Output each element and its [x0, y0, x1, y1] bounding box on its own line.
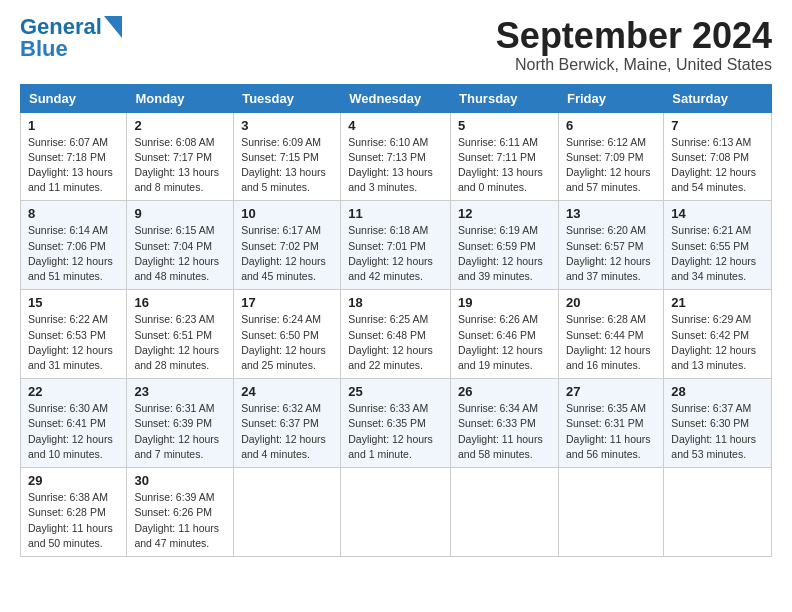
day-detail: Sunrise: 6:20 AMSunset: 6:57 PMDaylight:…	[566, 223, 656, 284]
weekday-header-saturday: Saturday	[664, 84, 772, 112]
calendar-cell: 20Sunrise: 6:28 AMSunset: 6:44 PMDayligh…	[558, 290, 663, 379]
logo-text: General	[20, 16, 102, 38]
calendar-week-row: 1Sunrise: 6:07 AMSunset: 7:18 PMDaylight…	[21, 112, 772, 201]
day-detail: Sunrise: 6:18 AMSunset: 7:01 PMDaylight:…	[348, 223, 443, 284]
day-detail: Sunrise: 6:30 AMSunset: 6:41 PMDaylight:…	[28, 401, 119, 462]
day-number: 22	[28, 384, 119, 399]
logo-arrow-icon	[104, 16, 122, 38]
day-detail: Sunrise: 6:29 AMSunset: 6:42 PMDaylight:…	[671, 312, 764, 373]
calendar-cell: 12Sunrise: 6:19 AMSunset: 6:59 PMDayligh…	[451, 201, 559, 290]
day-number: 11	[348, 206, 443, 221]
day-number: 7	[671, 118, 764, 133]
day-number: 3	[241, 118, 333, 133]
day-number: 8	[28, 206, 119, 221]
day-detail: Sunrise: 6:10 AMSunset: 7:13 PMDaylight:…	[348, 135, 443, 196]
calendar-cell: 3Sunrise: 6:09 AMSunset: 7:15 PMDaylight…	[234, 112, 341, 201]
calendar-cell: 27Sunrise: 6:35 AMSunset: 6:31 PMDayligh…	[558, 379, 663, 468]
day-number: 10	[241, 206, 333, 221]
day-detail: Sunrise: 6:34 AMSunset: 6:33 PMDaylight:…	[458, 401, 551, 462]
calendar-cell: 1Sunrise: 6:07 AMSunset: 7:18 PMDaylight…	[21, 112, 127, 201]
day-number: 4	[348, 118, 443, 133]
calendar-cell: 17Sunrise: 6:24 AMSunset: 6:50 PMDayligh…	[234, 290, 341, 379]
calendar-header-row: SundayMondayTuesdayWednesdayThursdayFrid…	[21, 84, 772, 112]
day-detail: Sunrise: 6:17 AMSunset: 7:02 PMDaylight:…	[241, 223, 333, 284]
day-detail: Sunrise: 6:33 AMSunset: 6:35 PMDaylight:…	[348, 401, 443, 462]
calendar-cell: 14Sunrise: 6:21 AMSunset: 6:55 PMDayligh…	[664, 201, 772, 290]
calendar-cell: 16Sunrise: 6:23 AMSunset: 6:51 PMDayligh…	[127, 290, 234, 379]
day-number: 17	[241, 295, 333, 310]
day-detail: Sunrise: 6:39 AMSunset: 6:26 PMDaylight:…	[134, 490, 226, 551]
logo-blue-text: Blue	[20, 38, 68, 60]
calendar-cell: 24Sunrise: 6:32 AMSunset: 6:37 PMDayligh…	[234, 379, 341, 468]
calendar-cell: 15Sunrise: 6:22 AMSunset: 6:53 PMDayligh…	[21, 290, 127, 379]
calendar-cell: 22Sunrise: 6:30 AMSunset: 6:41 PMDayligh…	[21, 379, 127, 468]
calendar-cell: 11Sunrise: 6:18 AMSunset: 7:01 PMDayligh…	[341, 201, 451, 290]
day-detail: Sunrise: 6:28 AMSunset: 6:44 PMDaylight:…	[566, 312, 656, 373]
weekday-header-thursday: Thursday	[451, 84, 559, 112]
day-number: 18	[348, 295, 443, 310]
day-detail: Sunrise: 6:37 AMSunset: 6:30 PMDaylight:…	[671, 401, 764, 462]
day-number: 29	[28, 473, 119, 488]
day-detail: Sunrise: 6:32 AMSunset: 6:37 PMDaylight:…	[241, 401, 333, 462]
calendar-body: 1Sunrise: 6:07 AMSunset: 7:18 PMDaylight…	[21, 112, 772, 556]
calendar-cell	[664, 468, 772, 557]
calendar-cell: 26Sunrise: 6:34 AMSunset: 6:33 PMDayligh…	[451, 379, 559, 468]
day-detail: Sunrise: 6:08 AMSunset: 7:17 PMDaylight:…	[134, 135, 226, 196]
calendar-cell	[234, 468, 341, 557]
day-number: 21	[671, 295, 764, 310]
day-number: 2	[134, 118, 226, 133]
day-detail: Sunrise: 6:25 AMSunset: 6:48 PMDaylight:…	[348, 312, 443, 373]
calendar-cell: 23Sunrise: 6:31 AMSunset: 6:39 PMDayligh…	[127, 379, 234, 468]
day-detail: Sunrise: 6:38 AMSunset: 6:28 PMDaylight:…	[28, 490, 119, 551]
calendar-table: SundayMondayTuesdayWednesdayThursdayFrid…	[20, 84, 772, 557]
day-detail: Sunrise: 6:22 AMSunset: 6:53 PMDaylight:…	[28, 312, 119, 373]
calendar-cell: 4Sunrise: 6:10 AMSunset: 7:13 PMDaylight…	[341, 112, 451, 201]
calendar-cell: 25Sunrise: 6:33 AMSunset: 6:35 PMDayligh…	[341, 379, 451, 468]
weekday-header-wednesday: Wednesday	[341, 84, 451, 112]
day-detail: Sunrise: 6:13 AMSunset: 7:08 PMDaylight:…	[671, 135, 764, 196]
calendar-cell	[558, 468, 663, 557]
day-detail: Sunrise: 6:14 AMSunset: 7:06 PMDaylight:…	[28, 223, 119, 284]
calendar-cell: 29Sunrise: 6:38 AMSunset: 6:28 PMDayligh…	[21, 468, 127, 557]
calendar-cell: 28Sunrise: 6:37 AMSunset: 6:30 PMDayligh…	[664, 379, 772, 468]
calendar-cell: 30Sunrise: 6:39 AMSunset: 6:26 PMDayligh…	[127, 468, 234, 557]
day-number: 15	[28, 295, 119, 310]
day-number: 26	[458, 384, 551, 399]
day-detail: Sunrise: 6:07 AMSunset: 7:18 PMDaylight:…	[28, 135, 119, 196]
calendar-cell: 18Sunrise: 6:25 AMSunset: 6:48 PMDayligh…	[341, 290, 451, 379]
day-number: 13	[566, 206, 656, 221]
day-number: 28	[671, 384, 764, 399]
day-number: 27	[566, 384, 656, 399]
day-detail: Sunrise: 6:31 AMSunset: 6:39 PMDaylight:…	[134, 401, 226, 462]
day-detail: Sunrise: 6:35 AMSunset: 6:31 PMDaylight:…	[566, 401, 656, 462]
weekday-header-friday: Friday	[558, 84, 663, 112]
day-number: 1	[28, 118, 119, 133]
calendar-cell	[451, 468, 559, 557]
day-detail: Sunrise: 6:24 AMSunset: 6:50 PMDaylight:…	[241, 312, 333, 373]
weekday-header-monday: Monday	[127, 84, 234, 112]
day-number: 9	[134, 206, 226, 221]
weekday-header-sunday: Sunday	[21, 84, 127, 112]
calendar-cell: 6Sunrise: 6:12 AMSunset: 7:09 PMDaylight…	[558, 112, 663, 201]
location-title: North Berwick, Maine, United States	[496, 56, 772, 74]
day-number: 20	[566, 295, 656, 310]
calendar-cell: 5Sunrise: 6:11 AMSunset: 7:11 PMDaylight…	[451, 112, 559, 201]
day-number: 24	[241, 384, 333, 399]
day-detail: Sunrise: 6:26 AMSunset: 6:46 PMDaylight:…	[458, 312, 551, 373]
calendar-week-row: 8Sunrise: 6:14 AMSunset: 7:06 PMDaylight…	[21, 201, 772, 290]
calendar-week-row: 15Sunrise: 6:22 AMSunset: 6:53 PMDayligh…	[21, 290, 772, 379]
day-detail: Sunrise: 6:09 AMSunset: 7:15 PMDaylight:…	[241, 135, 333, 196]
calendar-cell: 21Sunrise: 6:29 AMSunset: 6:42 PMDayligh…	[664, 290, 772, 379]
day-number: 6	[566, 118, 656, 133]
calendar-week-row: 29Sunrise: 6:38 AMSunset: 6:28 PMDayligh…	[21, 468, 772, 557]
calendar-cell: 19Sunrise: 6:26 AMSunset: 6:46 PMDayligh…	[451, 290, 559, 379]
page-header: General Blue September 2024 North Berwic…	[20, 16, 772, 74]
day-number: 23	[134, 384, 226, 399]
calendar-cell: 10Sunrise: 6:17 AMSunset: 7:02 PMDayligh…	[234, 201, 341, 290]
day-detail: Sunrise: 6:21 AMSunset: 6:55 PMDaylight:…	[671, 223, 764, 284]
month-title: September 2024	[496, 16, 772, 56]
calendar-cell: 13Sunrise: 6:20 AMSunset: 6:57 PMDayligh…	[558, 201, 663, 290]
calendar-cell: 9Sunrise: 6:15 AMSunset: 7:04 PMDaylight…	[127, 201, 234, 290]
day-number: 19	[458, 295, 551, 310]
day-number: 5	[458, 118, 551, 133]
